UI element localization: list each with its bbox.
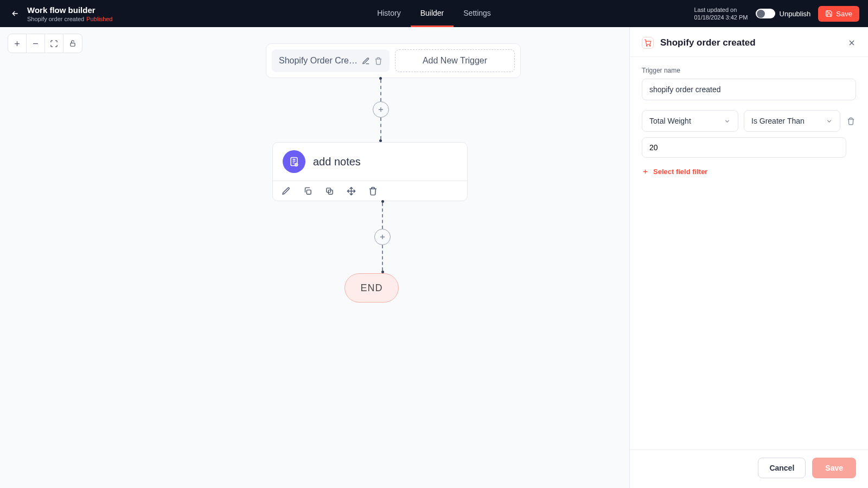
nav-tabs: History Builder Settings [367, 0, 501, 27]
save-button[interactable]: Save [818, 6, 859, 22]
trash-icon[interactable] [367, 185, 378, 196]
svg-rect-0 [71, 43, 75, 46]
status-badge: Published [86, 16, 112, 22]
svg-point-6 [646, 45, 647, 46]
trash-icon[interactable] [374, 57, 382, 65]
save-icon [825, 10, 833, 17]
trigger-name-label: Trigger name [642, 67, 856, 74]
flow: Shopify Order Created Add New Trigger ad… [266, 43, 521, 303]
add-step-button[interactable] [373, 101, 389, 118]
panel-title: Shopify order created [660, 37, 841, 48]
move-icon[interactable] [346, 185, 356, 196]
connector-line [382, 245, 383, 271]
trash-icon[interactable] [846, 116, 856, 126]
chevron-down-icon [826, 118, 833, 125]
title-block: Work flow builder Shopify order created … [27, 5, 113, 22]
chevron-down-icon [724, 118, 731, 125]
unpublish-label: Unpublish [780, 10, 811, 18]
action-title: add notes [313, 156, 361, 168]
back-button[interactable] [9, 7, 22, 20]
cart-icon [642, 37, 654, 49]
plus-icon [642, 168, 649, 175]
panel-save-button[interactable]: Save [812, 458, 856, 478]
last-updated: Last updated on 01/18/2024 3:42 PM [694, 6, 748, 22]
copy-icon[interactable] [302, 185, 313, 196]
action-card[interactable]: add notes [272, 142, 468, 201]
add-step-button[interactable] [374, 229, 391, 245]
side-panel: Shopify order created Trigger name Total… [629, 27, 868, 488]
svg-rect-3 [307, 190, 311, 194]
tab-settings[interactable]: Settings [454, 0, 501, 27]
connector-line [382, 203, 383, 229]
canvas-tools [8, 34, 82, 53]
connector-dot [379, 139, 382, 142]
lock-button[interactable] [63, 34, 82, 53]
connector-dot [381, 271, 384, 273]
page-title: Work flow builder [27, 5, 113, 15]
duplicate-icon[interactable] [324, 185, 335, 196]
zoom-in-button[interactable] [8, 34, 27, 53]
notes-icon [283, 150, 305, 173]
filter-operator-select[interactable]: Is Greater Than [744, 110, 840, 132]
triggers-card: Shopify Order Created Add New Trigger [266, 43, 521, 78]
add-trigger-button[interactable]: Add New Trigger [395, 49, 515, 72]
close-icon[interactable] [847, 38, 856, 47]
app-header: Work flow builder Shopify order created … [0, 0, 868, 27]
fit-screen-button[interactable] [45, 34, 63, 53]
svg-point-7 [649, 45, 650, 46]
end-node: END [344, 273, 399, 303]
action-toolbar [273, 181, 467, 201]
filter-field-select[interactable]: Total Weight [642, 110, 738, 132]
edit-icon[interactable] [362, 57, 370, 65]
tab-builder[interactable]: Builder [411, 0, 454, 27]
trigger-chip[interactable]: Shopify Order Created [272, 49, 390, 72]
publish-toggle[interactable] [756, 9, 775, 18]
filter-value-input[interactable] [642, 137, 846, 158]
edit-icon[interactable] [280, 185, 291, 196]
page-subtitle: Shopify order created [27, 16, 84, 22]
tab-history[interactable]: History [367, 0, 411, 27]
trigger-name-input[interactable] [642, 79, 856, 100]
add-filter-button[interactable]: Select field filter [642, 168, 856, 176]
connector-line [380, 118, 381, 139]
trigger-chip-label: Shopify Order Created [279, 56, 358, 66]
zoom-out-button[interactable] [27, 34, 45, 53]
connector-line [380, 80, 381, 101]
cancel-button[interactable]: Cancel [758, 458, 806, 478]
